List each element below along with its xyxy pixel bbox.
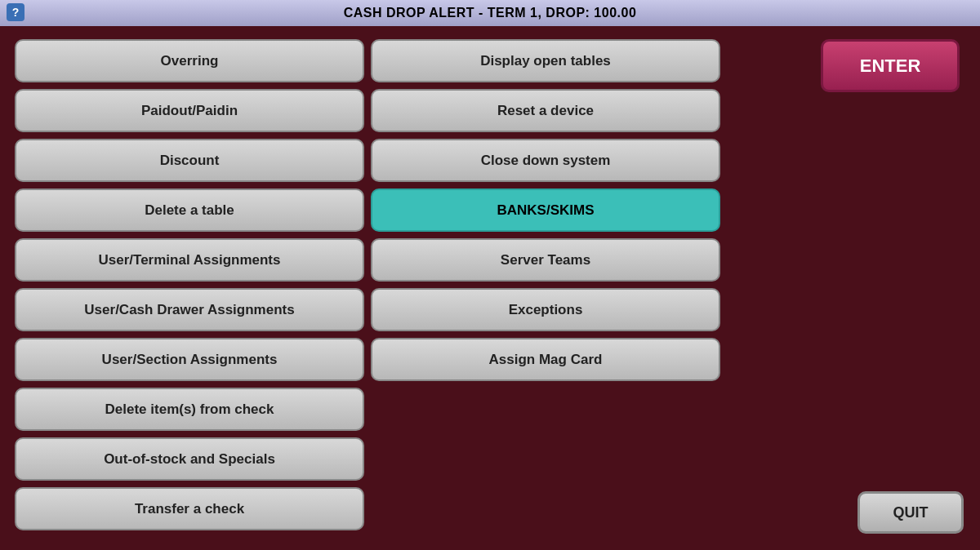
user-terminal-assignments-button[interactable]: User/Terminal Assignments bbox=[15, 238, 364, 282]
enter-button[interactable]: ENTER bbox=[821, 39, 960, 92]
reset-a-device-button[interactable]: Reset a device bbox=[371, 89, 720, 132]
title-bar: ? CASH DROP ALERT - TERM 1, DROP: 100.00 bbox=[0, 0, 980, 26]
help-icon[interactable]: ? bbox=[7, 3, 24, 21]
delete-a-table-button[interactable]: Delete a table bbox=[15, 189, 364, 232]
quit-button[interactable]: QUIT bbox=[858, 491, 964, 534]
main-content: Overring Display open tables Paidout/Pai… bbox=[8, 33, 972, 542]
button-grid: Overring Display open tables Paidout/Pai… bbox=[8, 33, 727, 537]
title-text: CASH DROP ALERT - TERM 1, DROP: 100.00 bbox=[344, 6, 637, 20]
exceptions-button[interactable]: Exceptions bbox=[371, 288, 720, 331]
delete-items-from-check-button[interactable]: Delete item(s) from check bbox=[15, 388, 364, 431]
display-open-tables-button[interactable]: Display open tables bbox=[371, 39, 720, 82]
overring-button[interactable]: Overring bbox=[15, 39, 364, 82]
paidout-paidin-button[interactable]: Paidout/Paidin bbox=[15, 89, 364, 132]
right-panel: ENTER bbox=[808, 33, 972, 99]
out-of-stock-specials-button[interactable]: Out-of-stock and Specials bbox=[15, 437, 364, 481]
close-down-system-button[interactable]: Close down system bbox=[371, 139, 720, 182]
assign-mag-card-button[interactable]: Assign Mag Card bbox=[371, 338, 720, 381]
discount-button[interactable]: Discount bbox=[15, 139, 364, 182]
server-teams-button[interactable]: Server Teams bbox=[371, 238, 720, 282]
user-cash-drawer-assignments-button[interactable]: User/Cash Drawer Assignments bbox=[15, 288, 364, 331]
transfer-a-check-button[interactable]: Transfer a check bbox=[15, 487, 364, 530]
user-section-assignments-button[interactable]: User/Section Assignments bbox=[15, 338, 364, 381]
banks-skims-button[interactable]: BANKS/SKIMS bbox=[371, 189, 720, 232]
